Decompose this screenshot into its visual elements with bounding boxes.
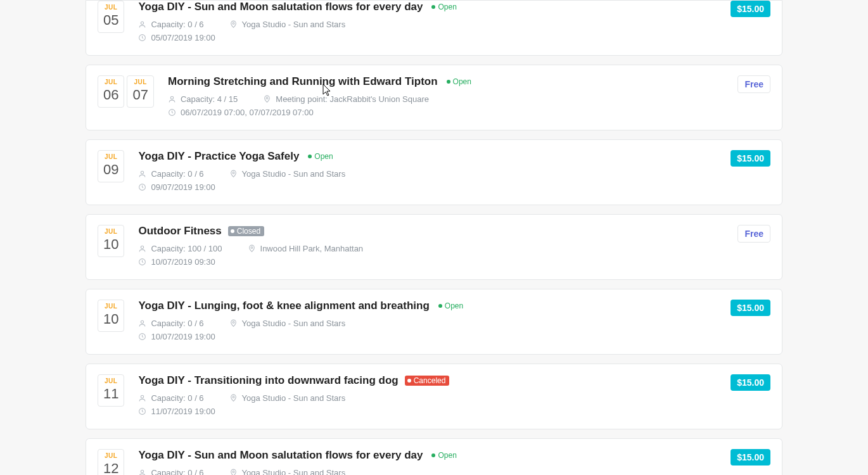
capacity-meta: Capacity: 0 / 6 [138, 319, 203, 328]
event-card[interactable]: JUL06JUL07Morning Stretching and Running… [86, 65, 782, 130]
capacity-text: Capacity: 0 / 6 [151, 468, 203, 475]
status-badge: Open [444, 77, 475, 87]
location-text: Meeting point: JackRabbit's Union Square [276, 94, 429, 104]
event-title[interactable]: Yoga DIY - Lunging, foot & knee alignmen… [138, 300, 429, 312]
time-meta: 11/07/2019 19:00 [138, 407, 215, 416]
date-month: JUL [103, 303, 118, 310]
person-icon [138, 170, 146, 178]
date-day: 06 [103, 87, 118, 103]
date-box: JUL05 [98, 1, 124, 33]
time-meta: 09/07/2019 19:00 [138, 182, 215, 192]
date-box: JUL10 [98, 300, 124, 332]
capacity-meta: Capacity: 0 / 6 [138, 169, 203, 179]
price-badge: $15.00 [731, 1, 770, 17]
svg-point-10 [251, 247, 253, 249]
event-content: Yoga DIY - Practice Yoga SafelyOpenCapac… [138, 150, 719, 196]
date-month: JUL [132, 79, 148, 86]
status-dot-icon [438, 304, 442, 308]
time-text: 10/07/2019 09:30 [151, 257, 215, 267]
price-badge: $15.00 [731, 150, 770, 167]
person-icon [138, 244, 146, 253]
time-meta: 06/07/2019 07:00, 07/07/2019 07:00 [168, 108, 314, 117]
date-box: JUL06 [98, 75, 124, 108]
date-month: JUL [103, 153, 118, 160]
date-day: 11 [103, 386, 118, 402]
location-meta: Yoga Studio - Sun and Stars [229, 319, 346, 328]
event-card[interactable]: JUL12Yoga DIY - Sun and Moon salutation … [86, 438, 782, 475]
svg-point-7 [233, 172, 234, 174]
time-text: 11/07/2019 19:00 [151, 407, 215, 416]
svg-point-18 [141, 470, 144, 472]
status-label: Canceled [414, 376, 446, 385]
date-box: JUL09 [98, 150, 124, 182]
date-box: JUL07 [127, 75, 153, 108]
date-box: JUL12 [98, 449, 124, 475]
event-title[interactable]: Outdoor Fitness [138, 225, 221, 238]
date-column: JUL12 [98, 449, 124, 475]
time-text: 06/07/2019 07:00, 07/07/2019 07:00 [181, 108, 314, 117]
status-badge: Open [305, 151, 336, 162]
date-month: JUL [103, 377, 118, 384]
location-text: Yoga Studio - Sun and Stars [242, 20, 346, 29]
status-dot-icon [308, 155, 312, 158]
status-badge: Open [429, 450, 460, 460]
time-text: 09/07/2019 19:00 [151, 182, 215, 192]
event-card[interactable]: JUL10Yoga DIY - Lunging, foot & knee ali… [86, 289, 782, 355]
status-badge: Closed [228, 226, 264, 236]
event-title[interactable]: Yoga DIY - Sun and Moon salutation flows… [138, 449, 423, 462]
location-pin-icon [229, 469, 238, 475]
location-meta: Yoga Studio - Sun and Stars [229, 468, 346, 475]
event-card[interactable]: JUL10Outdoor FitnessClosedCapacity: 100 … [86, 214, 782, 280]
clock-icon [138, 34, 146, 42]
status-dot-icon [407, 379, 411, 383]
person-icon [138, 20, 146, 28]
event-card[interactable]: JUL05Yoga DIY - Sun and Moon salutation … [86, 0, 782, 56]
event-title[interactable]: Morning Stretching and Running with Edwa… [168, 75, 438, 88]
status-dot-icon [231, 229, 234, 233]
status-label: Open [438, 451, 456, 460]
event-title[interactable]: Yoga DIY - Practice Yoga Safely [138, 150, 299, 163]
price-badge: Free [737, 225, 770, 243]
svg-point-13 [233, 322, 234, 324]
location-text: Yoga Studio - Sun and Stars [242, 468, 346, 475]
event-card[interactable]: JUL09Yoga DIY - Practice Yoga SafelyOpen… [86, 139, 782, 205]
location-pin-icon [229, 170, 238, 178]
date-day: 05 [103, 12, 118, 28]
event-title[interactable]: Yoga DIY - Transitioning into downward f… [138, 374, 398, 387]
status-label: Closed [237, 227, 260, 236]
svg-point-19 [233, 471, 234, 473]
price-badge: $15.00 [731, 449, 770, 466]
status-label: Open [453, 77, 471, 86]
date-month: JUL [103, 452, 118, 459]
time-text: 05/07/2019 19:00 [151, 33, 215, 42]
event-content: Outdoor FitnessClosedCapacity: 100 / 100… [138, 225, 726, 270]
clock-icon [138, 407, 146, 415]
location-pin-icon [248, 244, 256, 253]
status-badge: Canceled [405, 376, 450, 386]
date-column: JUL05 [98, 1, 124, 33]
status-dot-icon [431, 453, 435, 457]
clock-icon [138, 258, 146, 266]
date-month: JUL [103, 4, 118, 11]
svg-point-0 [141, 22, 144, 24]
date-month: JUL [103, 79, 118, 86]
svg-point-12 [141, 320, 144, 323]
capacity-text: Capacity: 0 / 6 [151, 393, 203, 403]
person-icon [138, 469, 146, 475]
date-column: JUL11 [98, 374, 124, 407]
svg-point-1 [233, 23, 234, 25]
event-title[interactable]: Yoga DIY - Sun and Moon salutation flows… [138, 1, 423, 13]
date-column: JUL10 [98, 300, 124, 332]
date-column: JUL06JUL07 [98, 75, 154, 108]
capacity-meta: Capacity: 100 / 100 [138, 244, 222, 253]
location-meta: Meeting point: JackRabbit's Union Square [263, 94, 429, 104]
date-day: 12 [103, 460, 118, 475]
clock-icon [138, 332, 146, 341]
status-label: Open [438, 3, 456, 11]
event-card[interactable]: JUL11Yoga DIY - Transitioning into downw… [86, 364, 782, 429]
capacity-text: Capacity: 0 / 6 [151, 20, 203, 29]
date-column: JUL09 [98, 150, 124, 182]
person-icon [168, 95, 176, 103]
status-label: Open [445, 301, 463, 310]
date-day: 07 [132, 87, 148, 103]
